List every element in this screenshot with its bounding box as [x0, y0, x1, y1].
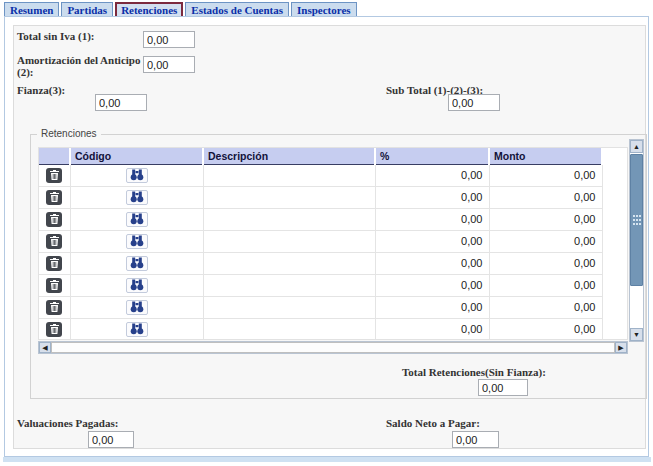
total-sin-iva-input[interactable]	[143, 31, 195, 48]
porcentaje-cell[interactable]: 0,00	[375, 318, 489, 340]
find-codigo-button[interactable]	[126, 300, 148, 315]
delete-cell	[39, 274, 70, 296]
trash-icon	[50, 170, 59, 180]
retenciones-grid-viewport: Código Descripción % Monto	[38, 147, 628, 340]
scroll-up-button[interactable]: ▲	[630, 140, 643, 153]
scroll-left-button[interactable]: ◀	[39, 342, 51, 353]
col-header-descripcion[interactable]: Descripción	[203, 148, 375, 164]
monto-cell[interactable]: 0,00	[489, 318, 602, 340]
find-binoculars-icon	[130, 169, 144, 181]
find-codigo-button[interactable]	[126, 278, 148, 293]
delete-row-button[interactable]	[46, 234, 62, 249]
up-arrow-icon: ▲	[633, 143, 640, 150]
scroll-right-button[interactable]: ▶	[615, 342, 627, 353]
col-header-icon	[39, 148, 70, 164]
find-binoculars-icon	[130, 213, 144, 225]
codigo-cell	[70, 186, 203, 208]
saldo-neto-input[interactable]	[452, 431, 499, 448]
codigo-cell	[70, 318, 203, 340]
table-row: 0,00 0,00	[39, 230, 602, 252]
table-row: 0,00 0,00	[39, 318, 602, 340]
table-row: 0,00 0,00	[39, 274, 602, 296]
table-row: 0,00 0,00	[39, 252, 602, 274]
codigo-cell	[70, 252, 203, 274]
delete-cell	[39, 186, 70, 208]
delete-row-button[interactable]	[46, 190, 62, 205]
porcentaje-cell[interactable]: 0,00	[375, 296, 489, 318]
table-row: 0,00 0,00	[39, 164, 602, 186]
table-row: 0,00 0,00	[39, 296, 602, 318]
porcentaje-cell[interactable]: 0,00	[375, 208, 489, 230]
retenciones-page: { "tabs": [ { "label": "Resumen", "selec…	[0, 0, 653, 466]
valuaciones-pagadas-label: Valuaciones Pagadas:	[17, 417, 118, 429]
descripcion-cell[interactable]	[203, 208, 375, 230]
monto-cell[interactable]: 0,00	[489, 296, 602, 318]
descripcion-cell[interactable]	[203, 164, 375, 186]
monto-cell[interactable]: 0,00	[489, 274, 602, 296]
total-retenciones-input[interactable]	[478, 379, 528, 396]
find-binoculars-icon	[130, 235, 144, 247]
total-sin-iva-label: Total sin Iva (1):	[17, 30, 95, 42]
delete-cell	[39, 296, 70, 318]
fianza-input[interactable]	[95, 94, 147, 111]
delete-row-button[interactable]	[46, 212, 62, 227]
porcentaje-cell[interactable]: 0,00	[375, 186, 489, 208]
descripcion-cell[interactable]	[203, 274, 375, 296]
codigo-cell	[70, 230, 203, 252]
delete-cell	[39, 208, 70, 230]
porcentaje-cell[interactable]: 0,00	[375, 164, 489, 186]
delete-row-button[interactable]	[46, 256, 62, 271]
descripcion-cell[interactable]	[203, 186, 375, 208]
find-codigo-button[interactable]	[126, 256, 148, 271]
horizontal-scroll-thumb[interactable]	[51, 342, 615, 353]
monto-cell[interactable]: 0,00	[489, 230, 602, 252]
delete-cell	[39, 318, 70, 340]
col-header-codigo[interactable]: Código	[70, 148, 203, 164]
find-codigo-button[interactable]	[126, 212, 148, 227]
descripcion-cell[interactable]	[203, 318, 375, 340]
table-row: 0,00 0,00	[39, 208, 602, 230]
find-binoculars-icon	[130, 279, 144, 291]
retenciones-tbody: 0,00 0,00	[39, 164, 602, 340]
codigo-cell	[70, 208, 203, 230]
delete-row-button[interactable]	[46, 322, 62, 337]
valuaciones-pagadas-input[interactable]	[88, 431, 134, 448]
find-codigo-button[interactable]	[126, 322, 148, 337]
delete-row-button[interactable]	[46, 278, 62, 293]
vertical-scrollbar[interactable]: ▲ ▼	[629, 139, 644, 342]
trash-icon	[50, 236, 59, 246]
left-arrow-icon: ◀	[42, 344, 47, 351]
porcentaje-cell[interactable]: 0,00	[375, 230, 489, 252]
retenciones-table: Código Descripción % Monto	[39, 148, 603, 340]
trash-icon	[50, 302, 59, 312]
scroll-down-button[interactable]: ▼	[630, 328, 643, 341]
vertical-scroll-thumb[interactable]	[630, 154, 643, 286]
col-header-porcentaje[interactable]: %	[375, 148, 489, 164]
horizontal-scrollbar[interactable]: ◀ ▶	[38, 341, 628, 354]
amortizacion-anticipo-label: Amortización del Anticipo (2):	[17, 54, 143, 78]
find-codigo-button[interactable]	[126, 168, 148, 183]
find-codigo-button[interactable]	[126, 190, 148, 205]
amortizacion-anticipo-input[interactable]	[143, 56, 195, 73]
find-binoculars-icon	[130, 323, 144, 335]
porcentaje-cell[interactable]: 0,00	[375, 274, 489, 296]
delete-cell	[39, 230, 70, 252]
monto-cell[interactable]: 0,00	[489, 252, 602, 274]
col-header-monto[interactable]: Monto	[489, 148, 602, 164]
monto-cell[interactable]: 0,00	[489, 164, 602, 186]
sub-total-input[interactable]	[448, 94, 500, 111]
delete-row-button[interactable]	[46, 168, 62, 183]
monto-cell[interactable]: 0,00	[489, 208, 602, 230]
codigo-cell	[70, 274, 203, 296]
delete-row-button[interactable]	[46, 300, 62, 315]
descripcion-cell[interactable]	[203, 296, 375, 318]
porcentaje-cell[interactable]: 0,00	[375, 252, 489, 274]
find-codigo-button[interactable]	[126, 234, 148, 249]
find-binoculars-icon	[130, 257, 144, 269]
trash-icon	[50, 280, 59, 290]
descripcion-cell[interactable]	[203, 230, 375, 252]
monto-cell[interactable]: 0,00	[489, 186, 602, 208]
trash-icon	[50, 258, 59, 268]
descripcion-cell[interactable]	[203, 252, 375, 274]
find-binoculars-icon	[130, 191, 144, 203]
